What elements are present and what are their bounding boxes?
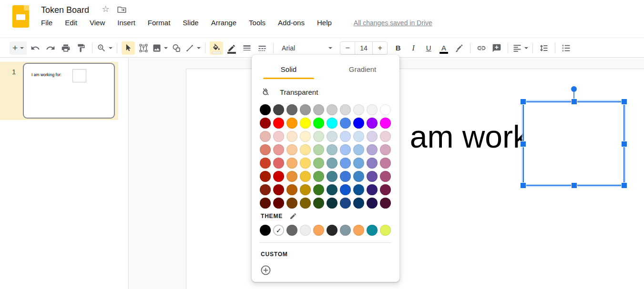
color-swatch-b6d7a8[interactable]: [313, 144, 324, 155]
color-swatch-93c47d[interactable]: [313, 158, 324, 169]
menu-add-ons[interactable]: Add-ons: [278, 19, 305, 27]
color-swatch-b45f06[interactable]: [286, 184, 297, 195]
menu-insert[interactable]: Insert: [117, 19, 135, 27]
insert-link-button[interactable]: [475, 41, 488, 55]
star-icon[interactable]: ☆: [102, 4, 110, 14]
color-swatch-a64d79[interactable]: [380, 171, 391, 182]
color-swatch-434343[interactable]: [273, 104, 284, 115]
theme-color-swatch-9[interactable]: [380, 225, 391, 236]
menu-view[interactable]: View: [90, 19, 105, 27]
color-swatch-3c78d8[interactable]: [340, 171, 351, 182]
color-swatch-990000[interactable]: [273, 184, 284, 195]
color-swatch-cc4125[interactable]: [260, 158, 271, 169]
menu-slide[interactable]: Slide: [183, 19, 198, 27]
color-swatch-a2c4c9[interactable]: [327, 144, 337, 155]
resize-handle-w[interactable]: [521, 141, 526, 147]
color-swatch-ff00ff[interactable]: [380, 118, 391, 129]
color-swatch-134f5c[interactable]: [327, 184, 337, 195]
color-swatch-e69138[interactable]: [286, 171, 297, 182]
document-title[interactable]: Token Board: [41, 5, 89, 15]
color-swatch-7f6000[interactable]: [300, 198, 311, 209]
color-swatch-d9d2e9[interactable]: [367, 131, 378, 142]
resize-handle-ne[interactable]: [622, 99, 627, 104]
text-box-button[interactable]: [137, 41, 150, 55]
resize-handle-se[interactable]: [622, 183, 627, 188]
color-swatch-0c343d[interactable]: [327, 198, 337, 209]
color-swatch-351c75[interactable]: [367, 184, 378, 195]
menu-format[interactable]: Format: [148, 19, 171, 27]
color-swatch-e06666[interactable]: [273, 158, 284, 169]
selected-shape[interactable]: [523, 101, 624, 186]
color-swatch-f4cccc[interactable]: [273, 131, 284, 142]
color-swatch-8e7cc3[interactable]: [367, 158, 378, 169]
color-swatch-efefef[interactable]: [353, 104, 364, 115]
tab-solid[interactable]: Solid: [252, 61, 326, 79]
theme-color-swatch-3[interactable]: [300, 225, 311, 236]
theme-color-swatch-2[interactable]: [286, 225, 297, 236]
color-swatch-ead1dc[interactable]: [380, 131, 391, 142]
color-swatch-ffd966[interactable]: [300, 158, 311, 169]
resize-handle-s[interactable]: [572, 183, 577, 188]
zoom-caret-icon[interactable]: [109, 47, 112, 49]
color-swatch-fff2cc[interactable]: [300, 131, 311, 142]
color-swatch-783f04[interactable]: [286, 198, 297, 209]
color-swatch-dd7e6b[interactable]: [260, 144, 271, 155]
save-status[interactable]: All changes saved in Drive: [354, 19, 432, 27]
color-swatch-741b47[interactable]: [380, 184, 391, 195]
theme-color-swatch-5[interactable]: [327, 225, 337, 236]
color-swatch-a4c2f4[interactable]: [340, 144, 351, 155]
color-swatch-d5a6bd[interactable]: [380, 144, 391, 155]
color-swatch-6aa84f[interactable]: [313, 171, 324, 182]
border-weight-button[interactable]: [240, 41, 254, 55]
color-swatch-a61c00[interactable]: [260, 171, 271, 182]
edit-theme-icon[interactable]: [289, 212, 297, 220]
line-tool-button[interactable]: [185, 41, 201, 55]
color-swatch-fce5cd[interactable]: [286, 131, 297, 142]
new-slide-caret-icon[interactable]: [20, 47, 24, 49]
theme-color-swatch-6[interactable]: [340, 225, 351, 236]
color-swatch-ff9900[interactable]: [286, 118, 297, 129]
color-swatch-bf9000[interactable]: [300, 184, 311, 195]
color-swatch-b4a7d6[interactable]: [367, 144, 378, 155]
highlight-color-button[interactable]: [452, 41, 466, 55]
theme-color-swatch-1[interactable]: ✓: [273, 225, 284, 236]
color-swatch-85200c[interactable]: [260, 184, 271, 195]
new-slide-button[interactable]: +: [10, 41, 27, 55]
color-swatch-00ff00[interactable]: [313, 118, 324, 129]
color-swatch-9900ff[interactable]: [367, 118, 378, 129]
color-swatch-980000[interactable]: [260, 118, 271, 129]
zoom-button[interactable]: [97, 41, 112, 55]
color-swatch-4c1130[interactable]: [380, 198, 391, 209]
color-swatch-073763[interactable]: [353, 198, 364, 209]
font-size-value[interactable]: 14: [355, 42, 373, 54]
align-button[interactable]: [512, 41, 528, 55]
color-swatch-000000[interactable]: [260, 104, 271, 115]
font-family-select[interactable]: Arial: [279, 41, 335, 55]
color-swatch-ffe599[interactable]: [300, 144, 311, 155]
color-swatch-6fa8dc[interactable]: [353, 158, 364, 169]
color-swatch-d0e0e3[interactable]: [327, 131, 337, 142]
redo-button[interactable]: [44, 41, 57, 55]
menu-file[interactable]: File: [41, 19, 52, 27]
color-swatch-999999[interactable]: [300, 104, 311, 115]
tab-gradient[interactable]: Gradient: [326, 61, 399, 79]
resize-handle-e[interactable]: [622, 141, 627, 147]
print-button[interactable]: [59, 41, 72, 55]
color-swatch-666666[interactable]: [286, 104, 297, 115]
shape-button[interactable]: [170, 41, 183, 55]
line-spacing-button[interactable]: [537, 41, 551, 55]
theme-color-swatch-4[interactable]: [313, 225, 324, 236]
resize-handle-sw[interactable]: [521, 183, 526, 188]
increase-font-size-button[interactable]: +: [373, 44, 387, 52]
add-comment-button[interactable]: [490, 41, 503, 55]
add-custom-color-button[interactable]: [260, 265, 271, 276]
color-swatch-d9d9d9[interactable]: [340, 104, 351, 115]
select-tool-button[interactable]: [122, 41, 135, 55]
color-swatch-f6b26b[interactable]: [286, 158, 297, 169]
decrease-font-size-button[interactable]: −: [340, 44, 355, 52]
move-to-folder-icon[interactable]: [117, 6, 126, 13]
color-swatch-f1c232[interactable]: [300, 171, 311, 182]
color-swatch-c9daf8[interactable]: [340, 131, 351, 142]
rotation-handle[interactable]: [571, 86, 577, 92]
theme-color-swatch-0[interactable]: [260, 225, 271, 236]
